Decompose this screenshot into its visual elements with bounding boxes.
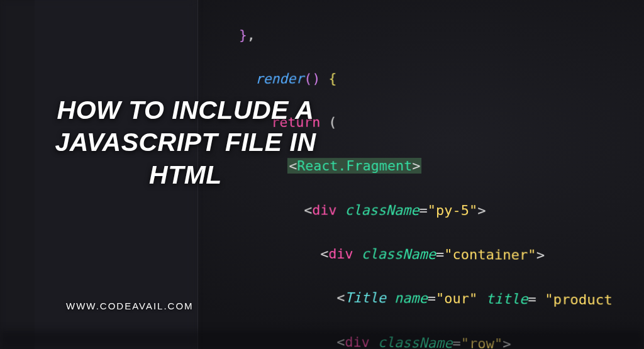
brace: { [320,70,336,86]
site-url: WWW.CODEAVAIL.COM [66,301,194,311]
html-tag: div [328,246,353,262]
equals: = [419,202,428,218]
angle-bracket: < [304,202,312,218]
equals: = [528,292,536,307]
angle-bracket: > [477,202,486,218]
string: "container" [444,247,536,263]
string: "py-5" [428,202,478,218]
angle-bracket: < [320,246,328,262]
jsx-component: Title [345,290,386,306]
equals: = [436,247,444,262]
code-line: }, [239,20,644,47]
angle-bracket: > [412,158,420,174]
attr-name: name [394,291,428,306]
string: "our" [436,291,477,307]
code-line: <Title name="our" title= "product [239,286,644,312]
comma: , [247,27,255,43]
brace: } [239,27,247,43]
code-line: render() { [239,65,644,90]
attr-name: className [362,246,436,262]
html-tag: div [312,202,336,218]
equals: = [428,291,436,306]
code-line: <div className="py-5"> [239,199,644,222]
angle-bracket: > [536,247,545,263]
parens: () [304,70,320,86]
attr-name: title [486,291,528,307]
article-title: HOW TO INCLUDE A JAVASCRIPT FILE IN HTML [22,94,349,191]
method-name: render [255,70,304,86]
angle-bracket: < [336,290,345,306]
bottom-vignette [0,330,644,349]
string: "product [536,292,613,308]
code-line: <div className="container"> [239,243,644,267]
attr-name: className [345,202,419,218]
